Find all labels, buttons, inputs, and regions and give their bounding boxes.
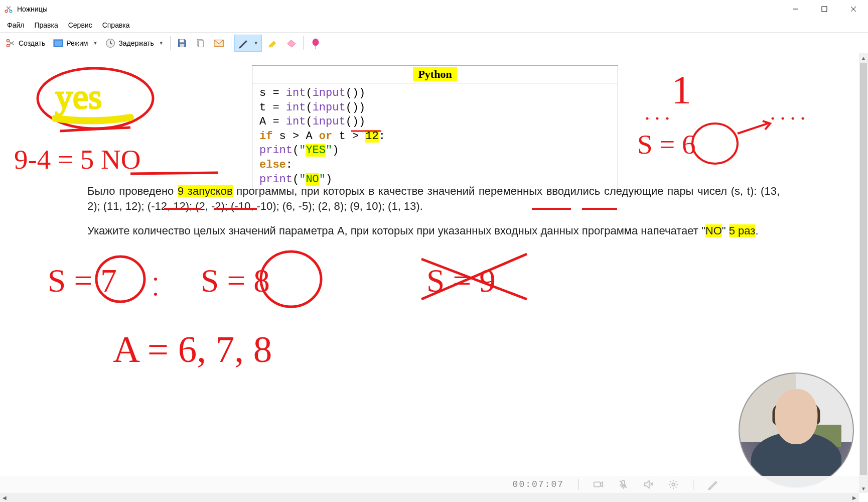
clock-icon — [105, 38, 115, 48]
problem-p2b: NO — [705, 224, 722, 237]
close-button[interactable] — [839, 0, 868, 18]
code-box: Python s = int(input()) t = int(input())… — [252, 65, 618, 190]
code-body: s = int(input()) t = int(input()) A = in… — [252, 83, 618, 190]
pen-button[interactable]: ▼ — [234, 35, 262, 52]
separator — [231, 36, 231, 50]
separator — [303, 36, 304, 50]
svg-rect-12 — [268, 47, 272, 48]
problem-p2c: " — [722, 224, 729, 237]
svg-point-25 — [154, 293, 157, 296]
vertical-scrollbar[interactable]: ▲ ▼ — [859, 53, 868, 493]
menu-service[interactable]: Сервис — [63, 19, 97, 31]
maximize-button[interactable] — [810, 0, 839, 18]
menu-bar: Файл Правка Сервис Справка — [0, 18, 868, 32]
separator — [170, 36, 171, 50]
recorder-bar: 00:07:07 — [0, 476, 859, 493]
annotation-yes: yes — [55, 77, 102, 116]
window-title: Ножницы — [17, 5, 864, 13]
highlighter-button[interactable] — [263, 35, 281, 52]
svg-point-24 — [154, 278, 157, 281]
svg-point-22 — [692, 123, 738, 164]
chevron-down-icon: ▼ — [93, 41, 97, 46]
mic-muted-icon[interactable] — [618, 479, 629, 490]
mode-button[interactable]: Режим ▼ — [50, 35, 101, 52]
balloon-icon — [310, 38, 321, 49]
svg-rect-2 — [822, 7, 827, 12]
pen-icon — [238, 38, 249, 49]
eraser-button[interactable] — [282, 35, 300, 52]
copy-button[interactable] — [192, 35, 209, 52]
app-icon — [4, 5, 13, 14]
scroll-thumb[interactable] — [860, 63, 867, 475]
delay-button[interactable]: Задержать ▼ — [102, 35, 167, 52]
svg-rect-27 — [594, 482, 601, 486]
svg-point-14 — [38, 68, 153, 129]
minimize-icon — [792, 6, 798, 12]
svg-point-23 — [96, 257, 144, 302]
scissors-icon — [6, 38, 16, 48]
svg-point-18 — [772, 117, 774, 120]
problem-p2d: 5 раз — [729, 224, 756, 237]
recording-timer: 00:07:07 — [513, 479, 564, 489]
svg-point-20 — [792, 117, 794, 120]
annotation-s7: S = 7 — [48, 263, 117, 299]
chevron-down-icon: ▼ — [254, 41, 258, 46]
menu-help[interactable]: Справка — [97, 19, 135, 31]
delay-label: Задержать — [118, 39, 154, 47]
annotation-one: 1 — [671, 68, 691, 112]
new-button[interactable]: Создать — [2, 35, 49, 52]
annotation-s8: S = 8 — [201, 263, 270, 299]
menu-edit[interactable]: Правка — [29, 19, 63, 31]
scroll-left-arrow[interactable]: ◀ — [0, 493, 9, 502]
save-button[interactable] — [174, 35, 191, 52]
minimize-button[interactable] — [781, 0, 810, 18]
problem-text: Было проведено 9 запусков программы, при… — [87, 184, 780, 248]
toolbar: Создать Режим ▼ Задержать ▼ ▼ — [0, 32, 868, 53]
canvas-area[interactable]: Python s = int(input()) t = int(input())… — [0, 53, 859, 493]
annotation-s9: S = 9 — [426, 263, 496, 299]
chevron-down-icon: ▼ — [159, 41, 164, 46]
send-button[interactable] — [210, 35, 228, 52]
svg-point-26 — [261, 252, 321, 307]
code-header: Python — [252, 66, 618, 83]
code-language: Python — [413, 67, 457, 81]
svg-point-1 — [10, 10, 12, 13]
close-icon — [850, 6, 856, 12]
new-label: Создать — [19, 39, 45, 47]
speaker-muted-icon[interactable] — [643, 479, 654, 490]
problem-p1b: 9 запусков — [178, 185, 233, 197]
horizontal-scrollbar[interactable]: ◀ ▶ — [0, 493, 859, 502]
annotation-s6: S = 6 — [637, 129, 696, 160]
svg-point-17 — [666, 117, 669, 120]
mode-label: Режим — [66, 39, 88, 47]
problem-p2a: Укажите количество целых значений параме… — [87, 224, 705, 237]
svg-point-15 — [646, 117, 649, 120]
svg-rect-11 — [198, 41, 203, 47]
svg-point-13 — [312, 38, 319, 46]
annotation-calc: 9-4 = 5 NO — [14, 144, 141, 175]
scroll-up-arrow[interactable]: ▲ — [859, 53, 868, 62]
window-controls — [781, 0, 868, 18]
svg-rect-9 — [180, 44, 184, 47]
svg-point-19 — [782, 117, 784, 120]
menu-file[interactable]: Файл — [2, 19, 29, 31]
svg-rect-6 — [55, 41, 62, 46]
pen-outline-icon[interactable] — [707, 479, 718, 490]
save-icon — [177, 38, 187, 48]
gear-icon[interactable] — [668, 479, 679, 490]
svg-point-21 — [802, 117, 804, 120]
mail-icon — [213, 39, 224, 48]
copy-icon — [195, 38, 205, 48]
svg-point-29 — [672, 483, 675, 486]
scroll-down-arrow[interactable]: ▼ — [859, 484, 868, 493]
paint3d-button[interactable] — [307, 35, 325, 52]
mode-icon — [53, 39, 63, 47]
maximize-icon — [821, 6, 827, 12]
camera-outline-icon[interactable] — [593, 479, 604, 490]
problem-p1a: Было проведено — [87, 185, 178, 197]
eraser-icon — [285, 39, 297, 48]
title-bar: Ножницы — [0, 0, 868, 18]
svg-point-16 — [656, 117, 659, 120]
highlighter-icon — [266, 38, 277, 49]
scroll-right-arrow[interactable]: ▶ — [850, 493, 859, 502]
